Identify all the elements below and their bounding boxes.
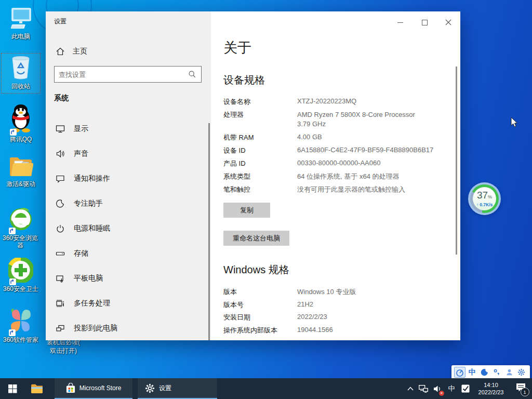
spec-row-edition: 版本 Windows 10 专业版 [223,287,356,297]
start-button[interactable] [0,378,25,399]
spec-row-version: 版本号 21H2 [223,300,313,310]
ime-language-toggle[interactable]: 中 [467,367,478,378]
spec-value: 6A15880F-C4E2-47F9-BF59-F4B8890B6B17 [297,146,433,155]
antivirus-360-icon [461,384,470,393]
spec-value: 19044.1566 [297,326,333,335]
sidebar-item-sound[interactable]: 声音 [46,141,209,166]
maximize-icon [422,20,428,25]
spec-row-pen-touch: 笔和触控 没有可用于此显示器的笔或触控输入 [223,185,405,194]
sidebar-item-storage[interactable]: 存储 [46,241,209,266]
ime-status-button[interactable] [454,367,466,378]
desktop-icon-360-safeguard[interactable]: 360安全卫士 [0,258,42,292]
search-icon[interactable] [188,70,197,79]
search-input[interactable] [55,71,188,78]
rename-pc-button[interactable]: 重命名这台电脑 [223,231,289,246]
file-explorer-button[interactable] [25,378,49,399]
shortcut-arrow-icon [10,129,17,136]
sidebar-item-home[interactable]: 主页 [55,45,201,58]
sidebar-item-multitasking[interactable]: 多任务处理 [46,291,209,316]
sidebar-item-tablet[interactable]: 平板电脑 [46,266,209,291]
spec-label: 产品 ID [223,159,297,168]
sidebar-item-display[interactable]: 显示 [46,116,209,141]
multitasking-icon [55,298,65,309]
volume-muted-badge: ✕ [439,391,444,396]
sidebar-item-notifications[interactable]: 通知和操作 [46,166,209,191]
desktop-icon-tencent-qq[interactable]: 腾讯QQ [0,103,42,143]
this-pc-icon [9,7,33,32]
sound-icon [55,149,65,159]
main-scrollbar[interactable] [456,66,457,255]
minimize-icon [397,22,403,23]
home-icon [55,46,65,57]
close-icon [445,19,451,25]
desktop: 此电脑 回收站 [0,0,532,399]
desktop-icon-label: 回收站 [0,83,42,90]
ime-punctuation-icon[interactable] [491,367,502,378]
desktop-icon-360-software-manager[interactable]: 360软件管家 [0,308,42,343]
sidebar-item-label: 存储 [74,249,88,258]
sidebar-item-projecting[interactable]: 投影到此电脑 [46,316,209,340]
spec-row-ram: 机带 RAM 4.00 GB [223,133,322,142]
focus-assist-icon [55,198,65,209]
desktop-icon-recycle-bin[interactable]: 回收站 [0,55,42,90]
taskbar: Microsoft Store 设置 [0,378,532,399]
sidebar-item-power-sleep[interactable]: 电源和睡眠 [46,216,209,241]
desktop-icon-readme-label[interactable]: 装机后必读( 双击打开) [43,338,84,355]
spec-value: 00330-80000-00000-AA060 [297,159,380,168]
minimize-button[interactable] [388,11,412,33]
spec-label: 处理器 [223,110,297,129]
sidebar-item-focus-assist[interactable]: 专注助手 [46,191,209,216]
qq-penguin-icon [9,103,33,135]
close-button[interactable] [436,11,460,33]
ime-toolbar: 中 [451,365,530,379]
360-speed-widget[interactable]: 37% ↑ 0.7K/s [468,182,501,215]
ime-logo-icon [456,368,464,377]
spec-value: 没有可用于此显示器的笔或触控输入 [297,185,405,194]
spec-value: 64 位操作系统, 基于 x64 的处理器 [297,172,399,181]
spec-value: Windows 10 专业版 [297,287,356,297]
sidebar-item-label: 平板电脑 [74,274,103,283]
spec-row-system-type: 系统类型 64 位操作系统, 基于 x64 的处理器 [223,172,399,181]
tray-chevron-up[interactable] [404,378,417,399]
search-box[interactable] [54,66,202,83]
up-arrow-icon: ↑ [476,202,478,207]
tray-clock[interactable]: 14:10 2022/2/23 [473,378,509,399]
file-explorer-icon [31,383,43,394]
tray-network[interactable] [417,378,430,399]
tray-volume[interactable]: ✕ [430,378,445,399]
desktop-icon-activate-drivers[interactable]: 激活&驱动 [0,155,42,188]
spec-label: 版本 [223,287,297,297]
shortcut-arrow-icon [9,278,16,285]
360-safeguard-icon [8,258,33,284]
taskbar-task-microsoft-store[interactable]: Microsoft Store [55,378,132,399]
ime-settings-gear-icon[interactable] [516,367,527,378]
spec-value: XTZJ-20220223MQ [297,97,356,107]
storage-icon [55,248,65,259]
ime-fullwidth-icon[interactable] [479,367,490,378]
desktop-icon-360-browser[interactable]: 360安全浏览器 [0,206,42,249]
ime-user-icon[interactable] [503,367,515,378]
tray-action-center[interactable]: 1 [509,378,532,399]
maximize-button[interactable] [413,11,436,33]
power-icon [55,223,65,234]
tablet-icon [55,273,65,284]
windows-logo-icon [8,384,17,393]
copy-button[interactable]: 复制 [223,203,270,218]
desktop-icon-this-pc[interactable]: 此电脑 [0,7,42,40]
spec-row-processor: 处理器 AMD Ryzen 7 5800X 8-Core Processor 3… [223,110,415,129]
desktop-icon-label: 激活&驱动 [0,180,42,188]
360-browser-icon [8,206,34,233]
taskbar-task-settings[interactable]: 设置 [138,378,217,399]
spec-row-device-id: 设备 ID 6A15880F-C4E2-47F9-BF59-F4B8890B6B… [223,146,433,155]
spec-row-product-id: 产品 ID 00330-80000-00000-AA060 [223,159,380,168]
tray-360-antivirus[interactable] [458,378,473,399]
projecting-icon [55,323,65,334]
spec-value: 4.00 GB [297,133,322,142]
desktop-icon-label: 360安全浏览器 [0,234,41,249]
page-title: 关于 [223,38,251,57]
sidebar-item-label: 专注助手 [74,199,103,208]
sidebar-scrollbar[interactable] [208,123,210,340]
mouse-cursor [511,117,518,130]
tray-ime-mode[interactable]: 中 [445,378,458,399]
recycle-bin-icon [10,55,31,82]
